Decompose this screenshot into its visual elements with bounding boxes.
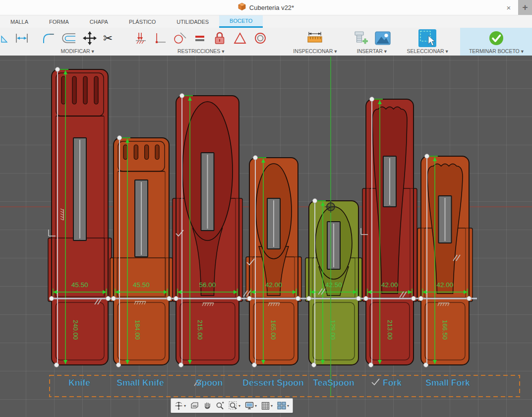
dimension-icon[interactable] [14,32,29,44]
move-icon[interactable] [83,31,97,45]
navigation-bar: ▾▾▾▾▾ [171,398,293,413]
insertar-menu[interactable]: INSERTAR ▾ [357,48,387,54]
sketch-canvas[interactable]: 240.0045.50184.0045.50215.0056.00165.004… [0,56,532,417]
svg-text:42.50: 42.50 [325,281,342,289]
dropdown-caret: ▾ [184,404,186,408]
restricciones-menu[interactable]: RESTRICCIONES ▾ [177,48,225,54]
tab-chapa[interactable]: CHAPA [79,15,118,28]
utensil-label[interactable]: Knife [68,378,90,388]
tab-malla[interactable]: MALLA [0,15,39,28]
svg-text:166.50: 166.50 [441,320,449,340]
utensil-shape-small-knife[interactable]: 184.0045.50 [110,138,173,365]
ground-constraint-icon[interactable] [134,32,147,45]
svg-text:240.00: 240.00 [72,320,79,340]
tab-forma[interactable]: FORMA [39,15,79,28]
equal-constraint-icon[interactable] [193,32,206,44]
svg-text:42.00: 42.00 [265,281,282,289]
tab-plastico[interactable]: PLÁSTICO [118,15,166,28]
tab-utilidades[interactable]: UTILIDADES [166,15,219,28]
concentric-constraint-icon[interactable] [253,31,267,45]
svg-text:45.50: 45.50 [71,281,88,289]
dropdown-caret: ▾ [271,404,273,408]
utensil-label[interactable]: Fork [383,378,402,388]
utensil-label[interactable]: Dessert Spoon [242,378,304,388]
titlebar: Cuberteria v22* × + [0,0,532,15]
svg-text:215.00: 215.00 [196,320,204,340]
dropdown-caret: ▾ [287,404,289,408]
svg-text:184.00: 184.00 [134,320,141,340]
finish-sketch-icon[interactable] [488,30,504,46]
svg-text:165.00: 165.00 [270,320,277,340]
ribbon-group-crear [0,28,32,56]
dropdown-caret: ▾ [255,404,257,408]
utensil-shape-fork[interactable]: 213.0042.00 [362,99,417,365]
inspeccionar-menu[interactable]: INSPECCIONAR ▾ [293,48,337,54]
svg-text:42.00: 42.00 [437,281,454,289]
offset-icon[interactable] [61,32,76,44]
ribbon-group-modificar: ✂ MODIFICAR ▾ [32,28,122,56]
sketch-geometry: 240.0045.50184.0045.50215.0056.00165.004… [0,56,532,417]
svg-text:45.50: 45.50 [133,281,150,289]
terminar-boceto-button[interactable]: TERMINAR BOCETO ▾ [469,48,524,54]
ribbon-tab-row: MALLA FORMA CHAPA PLÁSTICO UTILIDADES BO… [0,15,532,28]
utensil-shape-teaspoon[interactable]: 129.0042.50 [305,201,362,365]
zoom-icon[interactable] [216,402,224,410]
insert-image-icon[interactable] [375,31,391,45]
utensil-label[interactable]: Spoon [196,378,223,388]
viewports-icon[interactable]: ▾ [277,402,289,410]
modificar-menu[interactable]: MODIFICAR ▾ [61,48,94,54]
ribbon-toolbar: ✂ MODIFICAR ▾ RESTRICCIONES ▾ INSPECCION… [0,28,532,56]
insert-fastener-icon[interactable] [353,31,368,46]
pan-icon[interactable] [203,402,211,410]
ribbon-group-terminar-boceto[interactable]: TERMINAR BOCETO ▾ [460,28,532,56]
ribbon-group-insertar: INSERTAR ▾ [346,28,398,56]
utensil-shape-dessert-spoon[interactable]: 165.0042.00 [246,158,301,365]
document-tab[interactable]: Cuberteria v22* [238,2,294,12]
measure-icon[interactable] [307,31,323,45]
display-settings-icon[interactable]: ▾ [245,402,257,410]
tangent-constraint-icon[interactable] [173,31,187,45]
svg-text:213.00: 213.00 [386,320,394,340]
svg-text:56.00: 56.00 [199,281,216,289]
fusion-document-icon [238,2,246,12]
snap-corner-icon[interactable] [1,33,8,44]
fix-lock-constraint-icon[interactable] [213,31,227,45]
new-document-tab-button[interactable]: + [518,0,532,15]
svg-text:42.00: 42.00 [381,281,398,289]
fit-icon[interactable]: ▾ [229,401,240,410]
look-at-icon[interactable] [190,402,199,410]
utensil-label[interactable]: Small Fork [425,378,470,388]
orbit-icon[interactable]: ▾ [175,402,186,410]
tab-boceto[interactable]: BOCETO [219,15,263,28]
fillet-icon[interactable] [42,32,55,45]
ribbon-group-inspeccionar: INSPECCIONAR ▾ [279,28,346,56]
grid-settings-icon[interactable]: ▾ [261,402,273,410]
ribbon-group-restricciones: RESTRICCIONES ▾ [122,28,279,56]
utensil-label[interactable]: TeaSpoon [313,378,354,388]
dropdown-caret: ▾ [238,404,240,408]
seleccionar-menu[interactable]: SELECCIONAR ▾ [407,48,448,54]
utensil-shape-knife[interactable]: 240.0045.50 [48,69,112,365]
utensil-label[interactable]: Small Knife [117,378,164,388]
select-icon[interactable] [418,29,436,47]
polygon-constraint-icon[interactable] [233,32,247,45]
document-title: Cuberteria v22* [249,4,294,11]
ribbon-group-seleccionar: SELECCIONAR ▾ [398,28,457,56]
trim-icon[interactable]: ✂ [103,33,113,44]
close-document-button[interactable]: × [503,0,514,15]
perpendicular-constraint-icon[interactable] [154,32,167,45]
utensil-shape-small-fork[interactable]: 166.5042.00 [417,156,473,365]
